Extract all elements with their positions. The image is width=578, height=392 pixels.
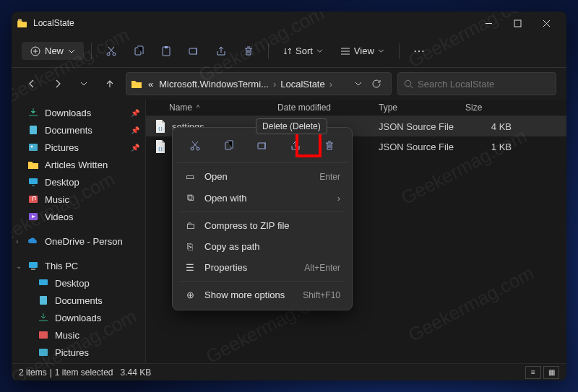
plus-circle-icon: [30, 46, 40, 56]
downloads-icon: [38, 313, 49, 323]
sidebar-item-pc-pictures[interactable]: Pictures: [12, 344, 145, 361]
sidebar-item-pc-music[interactable]: Music: [12, 326, 145, 344]
pin-icon: 📌: [131, 109, 139, 117]
ctx-copy-path[interactable]: ⎘Copy as path: [177, 236, 348, 257]
status-selected: 1 item selected: [55, 367, 113, 378]
ctx-delete-button[interactable]: [318, 135, 341, 157]
paste-button[interactable]: [154, 40, 178, 63]
pictures-icon: [27, 142, 39, 152]
svg-point-3: [113, 53, 116, 56]
ctx-rename-button[interactable]: [251, 135, 274, 157]
sort-icon: [283, 47, 292, 56]
chevron-down-icon: [68, 49, 75, 53]
copy-button[interactable]: [126, 40, 151, 63]
ctx-open-with[interactable]: ⧉Open with›: [177, 187, 348, 209]
ctx-show-more[interactable]: ⊕Show more optionsShift+F10: [177, 284, 348, 305]
share-button[interactable]: [209, 40, 233, 63]
search-input[interactable]: [418, 79, 550, 90]
sidebar-item-desktop[interactable]: Desktop: [12, 173, 145, 191]
context-menu: ▭OpenEnter ⧉Open with› 🗀Compress to ZIP …: [172, 127, 353, 310]
svg-rect-20: [39, 349, 48, 356]
svg-rect-0: [514, 20, 521, 27]
chevron-down-icon[interactable]: ⌄: [16, 262, 25, 270]
svg-rect-9: [30, 126, 37, 134]
ctx-compress-zip[interactable]: 🗀Compress to ZIP file: [177, 215, 348, 236]
json-file-icon: { }: [155, 120, 166, 133]
thumbnail-view-button[interactable]: ▦: [543, 366, 559, 379]
cut-button[interactable]: [99, 40, 124, 63]
breadcrumb[interactable]: « Microsoft.WindowsTermi... › LocalState…: [126, 72, 392, 95]
sort-asc-icon: ^: [197, 104, 199, 111]
svg-point-28: [197, 147, 199, 150]
svg-rect-10: [29, 144, 38, 151]
svg-rect-19: [39, 331, 48, 339]
details-view-button[interactable]: ≡: [525, 366, 541, 379]
sidebar-item-pictures[interactable]: Pictures📌: [12, 139, 145, 156]
zip-icon: 🗀: [184, 220, 196, 231]
ctx-open[interactable]: ▭OpenEnter: [177, 166, 348, 187]
chevron-right-icon: ›: [328, 79, 334, 90]
sidebar-item-pc-documents[interactable]: Documents: [12, 292, 145, 309]
col-size[interactable]: Size: [465, 103, 523, 113]
recent-button[interactable]: [74, 74, 94, 94]
new-button[interactable]: New: [22, 42, 84, 60]
documents-icon: [27, 125, 39, 135]
maximize-button[interactable]: [503, 13, 532, 33]
breadcrumb-segment[interactable]: Microsoft.WindowsTermi...: [156, 79, 272, 90]
status-size: 3.44 KB: [121, 367, 152, 378]
svg-point-27: [191, 147, 194, 150]
sidebar-item-documents[interactable]: Documents📌: [12, 121, 145, 139]
downloads-icon: [27, 108, 39, 118]
svg-point-2: [107, 53, 110, 56]
ctx-share-button[interactable]: [284, 135, 307, 157]
window-title: LocalState: [33, 18, 474, 28]
svg-point-8: [405, 80, 410, 86]
ctx-copy-button[interactable]: [217, 135, 241, 157]
toolbar-divider: [91, 43, 92, 59]
svg-rect-7: [189, 48, 197, 54]
sidebar-item-thispc[interactable]: ⌄This PC: [12, 257, 145, 274]
sidebar-item-pc-desktop[interactable]: Desktop: [12, 274, 145, 292]
back-button[interactable]: [22, 74, 42, 94]
sidebar-item-videos[interactable]: Videos: [12, 208, 145, 225]
pictures-icon: [38, 347, 49, 357]
thispc-icon: [27, 261, 39, 271]
toolbar: New Sort View ⋯: [12, 35, 566, 68]
forward-button[interactable]: [48, 74, 68, 94]
search-box[interactable]: [397, 72, 556, 95]
svg-rect-17: [39, 279, 48, 285]
svg-point-11: [31, 146, 33, 148]
view-icon: [340, 47, 350, 56]
view-button[interactable]: View: [333, 42, 392, 60]
rename-button[interactable]: [181, 40, 206, 63]
col-name[interactable]: Name^: [146, 103, 277, 113]
delete-button[interactable]: [236, 40, 261, 63]
up-button[interactable]: [100, 74, 120, 94]
sidebar-item-downloads[interactable]: Downloads📌: [12, 104, 145, 121]
svg-rect-18: [40, 296, 47, 305]
pin-icon: 📌: [131, 126, 139, 134]
minimize-button[interactable]: [474, 13, 503, 33]
file-explorer-window: LocalState New Sort: [12, 12, 566, 380]
address-dropdown[interactable]: [350, 82, 366, 86]
ctx-cut-button[interactable]: [184, 135, 207, 157]
sidebar-item-onedrive[interactable]: ›OneDrive - Person: [12, 232, 145, 250]
onedrive-icon: [27, 236, 39, 246]
openwith-icon: ⧉: [184, 192, 196, 204]
breadcrumb-segment[interactable]: LocalState: [277, 79, 327, 90]
svg-rect-16: [31, 269, 35, 270]
sidebar-item-music[interactable]: Music: [12, 191, 145, 208]
sidebar-item-articles[interactable]: Articles Written: [12, 156, 145, 173]
json-file-icon: { }: [155, 140, 166, 153]
toolbar-divider: [268, 43, 269, 59]
folder-icon: [17, 19, 27, 27]
more-button[interactable]: ⋯: [407, 40, 431, 63]
close-button[interactable]: [532, 13, 561, 33]
ctx-properties[interactable]: ☰PropertiesAlt+Enter: [177, 257, 348, 278]
refresh-button[interactable]: [366, 74, 387, 94]
col-type[interactable]: Type: [379, 103, 465, 113]
col-date[interactable]: Date modified: [277, 103, 379, 113]
sort-button[interactable]: Sort: [276, 42, 330, 60]
sidebar-item-pc-downloads[interactable]: Downloads: [12, 309, 145, 326]
chevron-right-icon[interactable]: ›: [16, 238, 25, 245]
